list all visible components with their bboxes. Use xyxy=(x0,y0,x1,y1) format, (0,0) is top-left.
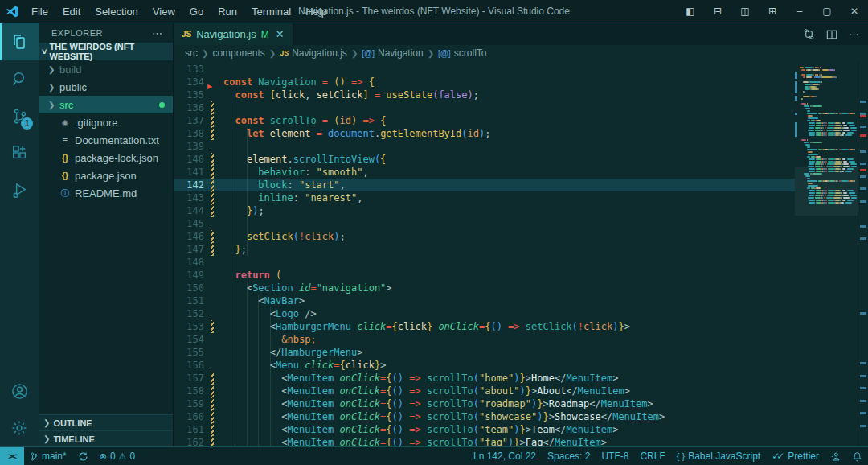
outline-panel-header[interactable]: ❯ OUTLINE xyxy=(39,414,173,430)
code-line-140[interactable]: 140 element.scrollIntoView({ xyxy=(174,153,795,166)
activitybar-settings-icon[interactable] xyxy=(0,409,39,446)
code-area[interactable]: 133134const Navigation = () => {135 cons… xyxy=(174,61,795,446)
sidebar-item-package-json[interactable]: {}package.json xyxy=(39,167,173,184)
split-editor-icon[interactable] xyxy=(826,29,837,40)
code-line-145[interactable]: 145 xyxy=(174,217,795,230)
sync-item[interactable] xyxy=(72,447,94,465)
code-line-139[interactable]: 139 xyxy=(174,140,795,153)
code-line-150[interactable]: 150 <Section id="navigation"> xyxy=(174,282,795,294)
code-line-142[interactable]: 142 block: "start", xyxy=(174,179,795,191)
minimap[interactable] xyxy=(795,61,858,446)
code-line-157[interactable]: 157 <MenuItem onClick={() => scrollTo("h… xyxy=(174,372,795,385)
breadcrumb-separator-icon: ❯ xyxy=(202,49,208,58)
code-line-144[interactable]: 144 }); xyxy=(174,204,795,217)
explorer-more-icon[interactable]: ⋯ xyxy=(152,27,163,39)
breadcrumb-navigation-js[interactable]: JSNavigation.js xyxy=(280,47,347,59)
explorer-root-folder[interactable]: ˅ THE WEIRDOS (NFT WEBSITE) xyxy=(39,43,173,60)
minimap-slider[interactable] xyxy=(795,167,858,216)
customize-layout-icon[interactable]: ⊞ xyxy=(759,0,786,23)
code-line-134[interactable]: 134const Navigation = () => { xyxy=(174,76,795,88)
code-line-147[interactable]: 147 }; xyxy=(174,243,795,256)
code-line-146[interactable]: 146 setClick(!click); xyxy=(174,230,795,243)
menu-terminal[interactable]: Terminal xyxy=(244,0,298,23)
menu-edit[interactable]: Edit xyxy=(55,0,88,23)
ruler-red-mark xyxy=(860,134,866,137)
more-actions-icon[interactable]: ⋯ xyxy=(849,29,858,40)
breadcrumb-scrollto[interactable]: [@]scrollTo xyxy=(438,47,486,59)
menu-go[interactable]: Go xyxy=(182,0,211,23)
activitybar-account-icon[interactable] xyxy=(0,372,39,409)
sidebar-item-readme-md[interactable]: ⓘREADME.md xyxy=(39,184,173,202)
activitybar-extensions-icon[interactable] xyxy=(0,134,39,171)
maximize-icon[interactable]: ▢ xyxy=(813,0,841,23)
remote-indicator[interactable]: >< xyxy=(0,447,24,465)
sidebar-item-build[interactable]: ❯build xyxy=(39,60,173,78)
line-number: 143 xyxy=(174,191,204,204)
sidebar-item-documentation-txt[interactable]: ≡Documentation.txt xyxy=(39,131,173,149)
code-line-136[interactable]: 136 xyxy=(174,101,795,114)
sidebar-item--gitignore[interactable]: ◈.gitignore xyxy=(39,113,173,131)
breadcrumb-separator-icon: ❯ xyxy=(428,49,434,58)
code-line-151[interactable]: 151 <NavBar> xyxy=(174,294,795,307)
breadcrumb: src❯components❯JSNavigation.js❯[@]Naviga… xyxy=(174,45,868,61)
code-line-153[interactable]: 153 <HamburgerMenu click={click} onClick… xyxy=(174,320,795,333)
sidebar-item-package-lock-json[interactable]: {}package-lock.json xyxy=(39,149,173,167)
status-cursor-position[interactable]: Ln 142, Col 22 xyxy=(468,447,542,465)
code-line-143[interactable]: 143 inline: "nearest", xyxy=(174,191,795,204)
git-modified-gutter-icon xyxy=(211,320,214,333)
code-line-149[interactable]: 149 return ( xyxy=(174,269,795,282)
activitybar-run-debug-icon[interactable] xyxy=(0,171,39,208)
overview-ruler[interactable] xyxy=(858,61,868,446)
sidebar-item-src[interactable]: ❯src xyxy=(39,96,173,113)
split-editor-icon[interactable]: ◫ xyxy=(731,0,759,23)
status-language-mode[interactable]: { }Babel JavaScript xyxy=(671,447,766,465)
window-controls: ◧⊟◫⊞–▢✕ xyxy=(677,0,868,23)
code-line-160[interactable]: 160 <MenuItem onClick={() => scrollTo("s… xyxy=(174,410,795,423)
status-formatter[interactable]: ✓✓Prettier xyxy=(766,447,825,465)
toggle-sidebar-icon[interactable]: ◧ xyxy=(677,0,704,23)
code-line-162[interactable]: 162 <MenuItem onClick={() => scrollTo("f… xyxy=(174,436,795,446)
status-encoding[interactable]: UTF-8 xyxy=(596,447,634,465)
code-line-138[interactable]: 138 let element = document.getElementByI… xyxy=(174,127,795,140)
status-feedback[interactable] xyxy=(825,447,846,465)
menu-view[interactable]: View xyxy=(145,0,182,23)
menu-run[interactable]: Run xyxy=(211,0,244,23)
problems-item[interactable]: ⊗ 0 ⚠ 0 xyxy=(94,447,141,465)
menu-help[interactable]: Help xyxy=(298,0,334,23)
status-eol[interactable]: CRLF xyxy=(634,447,670,465)
close-icon[interactable]: ✕ xyxy=(841,0,868,23)
close-tab-icon[interactable]: ✕ xyxy=(276,28,285,40)
code-line-155[interactable]: 155 </HamburgerMenu> xyxy=(174,346,795,359)
tab-navigation-js[interactable]: JS Navigation.js M ✕ xyxy=(174,23,293,45)
activitybar-explorer-icon[interactable] xyxy=(0,23,39,60)
open-changes-icon[interactable] xyxy=(803,28,815,40)
code-line-161[interactable]: 161 <MenuItem onClick={() => scrollTo("t… xyxy=(174,423,795,436)
code-line-133[interactable]: 133 xyxy=(174,63,795,76)
code-line-141[interactable]: 141 behavior: "smooth", xyxy=(174,166,795,179)
status-bar: >< main* ⊗ 0 ⚠ 0 Ln 142, Col 22Spaces: 2… xyxy=(0,446,868,465)
code-line-159[interactable]: 159 <MenuItem onClick={() => scrollTo("r… xyxy=(174,397,795,410)
code-line-137[interactable]: 137 const scrollTo = (id) => { xyxy=(174,114,795,127)
code-line-152[interactable]: 152 <Logo /> xyxy=(174,307,795,320)
breadcrumb-navigation[interactable]: [@]Navigation xyxy=(362,47,423,59)
git-branch-item[interactable]: main* xyxy=(24,447,72,465)
menu-selection[interactable]: Selection xyxy=(88,0,145,23)
sidebar-item-public[interactable]: ❯public xyxy=(39,78,173,96)
git-modified-gutter-icon xyxy=(211,436,214,446)
status-notifications[interactable] xyxy=(846,447,868,465)
file-label: build xyxy=(59,64,81,76)
status-indentation[interactable]: Spaces: 2 xyxy=(542,447,596,465)
code-line-148[interactable]: 148 xyxy=(174,256,795,269)
code-line-158[interactable]: 158 <MenuItem onClick={() => scrollTo("a… xyxy=(174,385,795,397)
toggle-panel-icon[interactable]: ⊟ xyxy=(704,0,731,23)
menu-file[interactable]: File xyxy=(24,0,55,23)
minimize-icon[interactable]: – xyxy=(786,0,813,23)
code-line-135[interactable]: 135 const [click, setClick] = useState(f… xyxy=(174,88,795,101)
breadcrumb-src[interactable]: src xyxy=(185,47,198,59)
code-line-154[interactable]: 154 &nbsp; xyxy=(174,333,795,346)
breadcrumb-components[interactable]: components xyxy=(212,47,264,59)
activitybar-source-control-icon[interactable]: 1 xyxy=(0,97,39,134)
timeline-panel-header[interactable]: ❯ TIMELINE xyxy=(39,430,173,446)
activitybar-search-icon[interactable] xyxy=(0,60,39,97)
code-line-156[interactable]: 156 <Menu click={click}> xyxy=(174,359,795,372)
